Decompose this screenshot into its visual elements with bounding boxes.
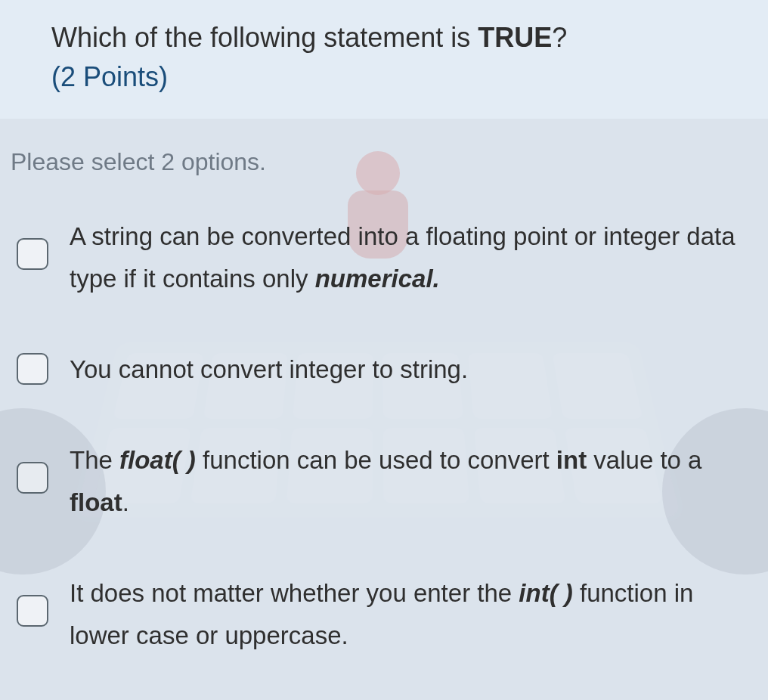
option-checkbox[interactable] [17, 238, 48, 270]
option-text-part: int [556, 446, 587, 474]
question-body: Please select 2 options. A string can be… [0, 119, 768, 658]
option-row: The float( ) function can be used to con… [17, 439, 739, 524]
option-text: The float( ) function can be used to con… [70, 439, 739, 524]
option-text: A string can be converted into a floatin… [70, 215, 739, 300]
option-text: You cannot convert integer to string. [70, 348, 739, 391]
option-text-part: numerical. [315, 265, 440, 293]
option-row: You cannot convert integer to string. [17, 348, 739, 391]
option-checkbox[interactable] [17, 353, 48, 385]
question-header: Which of the following statement is TRUE… [0, 0, 768, 119]
option-text-part: value to a [587, 446, 701, 474]
option-checkbox[interactable] [17, 595, 48, 627]
question-prefix: Which of the following statement is [51, 22, 478, 53]
option-text-part: float( ) [119, 446, 196, 474]
option-text-part: The [70, 446, 119, 474]
question-points: (2 Points) [51, 61, 768, 93]
option-text-part: You cannot convert integer to string. [70, 355, 468, 383]
option-text-part: float [70, 488, 122, 516]
option-text-part: . [122, 488, 129, 516]
option-text-part: int( ) [519, 579, 572, 607]
quiz-page: Which of the following statement is TRUE… [0, 0, 768, 700]
question-emph: TRUE [478, 22, 552, 53]
option-checkbox[interactable] [17, 462, 48, 494]
option-row: A string can be converted into a floatin… [17, 215, 739, 300]
option-text-part: function can be used to convert [196, 446, 556, 474]
selection-instruction: Please select 2 options. [11, 148, 745, 176]
question-title: Which of the following statement is TRUE… [51, 20, 768, 57]
option-row: It does not matter whether you enter the… [17, 572, 739, 657]
option-text: It does not matter whether you enter the… [70, 572, 739, 657]
options-list: A string can be converted into a floatin… [11, 215, 745, 658]
option-text-part: It does not matter whether you enter the [70, 579, 519, 607]
question-suffix: ? [552, 22, 567, 53]
